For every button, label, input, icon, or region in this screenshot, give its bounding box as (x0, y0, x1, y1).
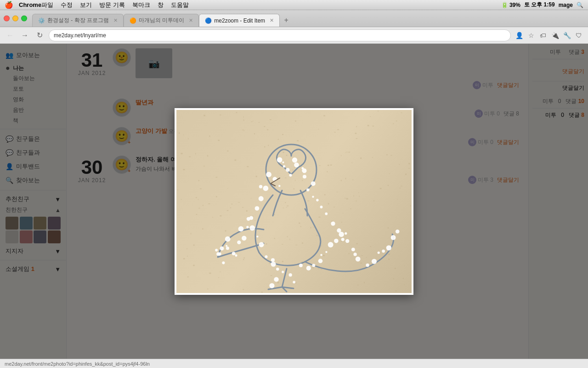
tab-label-settings: 환경설정 - 확장 프로그램 (47, 17, 109, 24)
clock: 토 오후 1:59 (524, 1, 555, 9)
chrome-frame: ⚙️ 환경설정 - 확장 프로그램 ✕ 🟠 마개님의 미투데이 ✕ 🔵 me2z… (0, 10, 588, 368)
extension2-icon[interactable]: 🔧 (562, 31, 571, 40)
menu-window[interactable]: 창 (158, 1, 164, 9)
chrome-app-name: Chrome (19, 1, 41, 8)
tab-me2day[interactable]: 🟠 마개님의 미투데이 ✕ (124, 14, 199, 27)
refresh-button[interactable]: ↻ (34, 30, 45, 41)
status-url: me2day.net/front/me2photo?id=phinfes_kk&… (5, 361, 150, 367)
browser-content: 👥 모아보는 ● 나는 돌아보는 포토 영화 음반 책 💬 친구들은 💬 친구들… (0, 44, 588, 359)
snow-bird-drawing (176, 110, 413, 293)
tab-close-me2zoom[interactable]: ✕ (270, 17, 274, 23)
tag-icon[interactable]: 🏷 (538, 31, 548, 40)
tab-me2zoom[interactable]: 🔵 me2zoom - Edit Item ✕ (199, 14, 280, 27)
menu-help[interactable]: 도움말 (171, 1, 189, 9)
mac-status-icons: 🔋 39% 토 오후 1:59 mage 🔍 (501, 1, 583, 9)
mac-topbar: 🍎 Chrome 파일 수정 보기 방문 기록 북마크 창 도움말 🔋 39% … (0, 0, 588, 10)
tab-settings[interactable]: ⚙️ 환경설정 - 확장 프로그램 ✕ (32, 14, 124, 27)
menu-view[interactable]: 보기 (80, 1, 92, 9)
user-name: mage (559, 2, 573, 8)
apple-logo-icon[interactable]: 🍎 (5, 1, 13, 9)
close-button[interactable] (4, 16, 10, 22)
tab-close-settings[interactable]: ✕ (113, 17, 118, 23)
address-url: me2day.net/lnyarl/me (54, 32, 106, 39)
menu-edit[interactable]: 수정 (61, 1, 73, 9)
lightbox-overlay[interactable] (0, 44, 588, 359)
extension3-icon[interactable]: 🛡 (574, 31, 583, 40)
tab-label-me2day: 마개님의 미투데이 (139, 17, 184, 24)
tab-favicon-me2zoom: 🔵 (205, 17, 211, 24)
user-icon[interactable]: 👤 (514, 31, 524, 40)
address-bar-row: ← → ↻ me2day.net/lnyarl/me 👤 ☆ 🏷 🔌 🔧 🛡 (0, 27, 588, 44)
new-tab-button[interactable]: + (280, 14, 293, 27)
lightbox-image (175, 108, 413, 295)
tab-close-me2day[interactable]: ✕ (189, 17, 193, 23)
tab-favicon-me2day: 🟠 (130, 17, 136, 24)
address-box[interactable]: me2day.net/lnyarl/me (49, 29, 511, 41)
minimize-button[interactable] (12, 16, 18, 22)
forward-button[interactable]: → (19, 30, 30, 41)
window-buttons (4, 16, 27, 22)
menu-history[interactable]: 방문 기록 (99, 1, 125, 9)
star-icon[interactable]: ☆ (526, 31, 536, 40)
status-bar: me2day.net/front/me2photo?id=phinfes_kk&… (0, 359, 588, 368)
mac-menu: 파일 수정 보기 방문 기록 북마크 창 도움말 (41, 1, 189, 9)
tab-favicon-settings: ⚙️ (38, 17, 45, 24)
extension1-icon[interactable]: 🔌 (550, 31, 560, 40)
maximize-button[interactable] (21, 16, 27, 22)
back-button[interactable]: ← (5, 30, 16, 41)
menu-bookmarks[interactable]: 북마크 (132, 1, 150, 9)
address-right-icons: 👤 ☆ 🏷 🔌 🔧 🛡 (514, 31, 583, 40)
menu-file[interactable]: 파일 (41, 1, 53, 9)
search-icon[interactable]: 🔍 (577, 2, 583, 8)
battery-icon: 🔋 39% (501, 2, 520, 8)
tab-bar: ⚙️ 환경설정 - 확장 프로그램 ✕ 🟠 마개님의 미투데이 ✕ 🔵 me2z… (0, 10, 588, 27)
tab-label-me2zoom: me2zoom - Edit Item (214, 17, 265, 24)
